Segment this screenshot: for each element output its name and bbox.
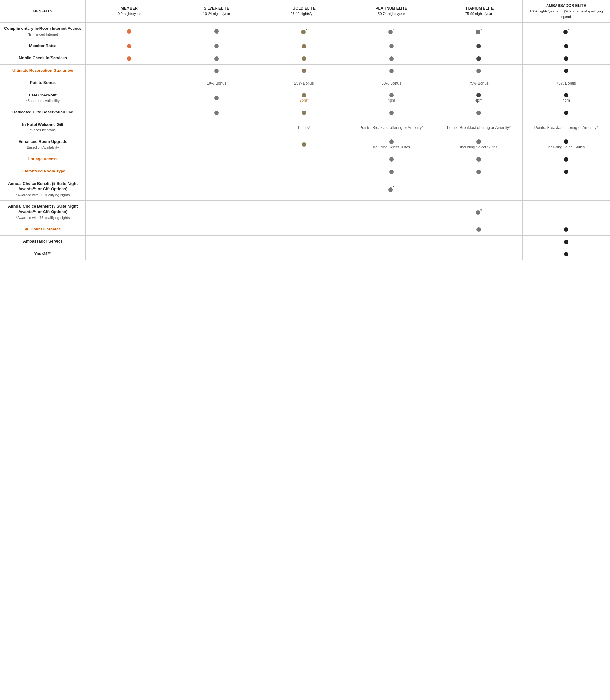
header-titanium: TITANIUM ELITE75-99 nights/year [413,0,501,16]
benefit-name: Lounge Access [0,147,95,159]
cell-gold: * [244,171,325,194]
cell-gold [244,100,325,112]
cell-member [95,70,163,82]
table-row: Dedicated Elite Reservation line [0,100,610,112]
cell-silver [163,16,244,34]
cell-ambassador [501,46,610,58]
cell-ambassador: 75% Bonus [501,70,610,82]
cell-platinum [325,147,413,159]
table-row: Enhanced Room UpgradeBased on Availabili… [0,129,610,147]
cell-silver [163,100,244,112]
cell-platinum: * [325,16,413,34]
cell-silver [163,82,244,100]
cell-platinum [325,46,413,58]
table-row: Member Rates [0,34,610,46]
cell-member [95,100,163,112]
cell-gold: Points* [244,112,325,129]
header-platinum: PLATINUM ELITE50-74 nights/year [325,0,413,16]
cell-titanium [413,159,501,171]
benefit-name: Ultimate Reservation Guarantee [0,58,95,70]
cell-ambassador: 4pm [501,82,610,100]
cell-ambassador [501,217,610,229]
cell-gold [244,229,325,241]
cell-ambassador [501,159,610,171]
table-row: Ultimate Reservation Guarantee [0,58,610,70]
cell-member [95,171,163,194]
benefit-name: Late Checkout*Based on availability [0,82,95,100]
cell-gold: * [244,16,325,34]
benefit-name: Complimentary In-Room Internet Access*En… [0,16,95,34]
cell-gold [244,147,325,159]
cell-titanium: * [413,16,501,34]
cell-member [95,229,163,241]
cell-member [95,241,163,253]
cell-silver [163,217,244,229]
cell-silver [163,159,244,171]
cell-titanium: Points, Breakfast offering or Amenity* [413,112,501,129]
cell-member [95,129,163,147]
benefit-name: Points Bonus [0,70,95,82]
cell-titanium [413,171,501,194]
cell-gold [244,241,325,253]
cell-silver [163,194,244,217]
table-row: Annual Choice Benefit(5 Suite Night Awar… [0,194,610,217]
header-member: MEMBER0-9 nights/year [95,0,163,16]
cell-titanium: 75% Bonus [413,70,501,82]
cell-platinum: 4pm [325,82,413,100]
cell-ambassador: Including Select Suites [501,129,610,147]
cell-titanium [413,217,501,229]
cell-platinum: 50% Bonus [325,70,413,82]
cell-silver [163,58,244,70]
cell-member [95,217,163,229]
cell-titanium [413,229,501,241]
cell-gold [244,129,325,147]
cell-member [95,112,163,129]
table-row: Lounge Access [0,147,610,159]
table-row: Guaranteed Room Type [0,159,610,171]
cell-gold [244,194,325,217]
benefit-name: Dedicated Elite Reservation line [0,100,95,112]
table-row: Late Checkout*Based on availability2pm*4… [0,82,610,100]
cell-ambassador [501,147,610,159]
cell-ambassador [501,100,610,112]
benefit-name: Annual Choice Benefit(5 Suite Night Awar… [0,171,95,194]
cell-member [95,58,163,70]
cell-silver: 10% Bonus [163,70,244,82]
cell-gold [244,34,325,46]
cell-member [95,34,163,46]
cell-silver [163,241,244,253]
benefit-name: Your24™ [0,241,95,253]
cell-gold [244,159,325,171]
benefit-name: 48-Hour Guarantee [0,217,95,229]
table-row: Complimentary In-Room Internet Access*En… [0,16,610,34]
cell-gold: 2pm* [244,82,325,100]
benefit-name: Enhanced Room UpgradeBased on Availabili… [0,129,95,147]
table-row: Points Bonus10% Bonus25% Bonus50% Bonus7… [0,70,610,82]
cell-ambassador: * [501,16,610,34]
cell-platinum [325,159,413,171]
benefits-column-header [0,0,95,16]
cell-titanium [413,100,501,112]
cell-platinum [325,241,413,253]
cell-gold [244,217,325,229]
header-silver: SILVER ELITE10-24 nights/year [163,0,244,16]
cell-silver [163,147,244,159]
benefit-name: Annual Choice Benefit(5 Suite Night Awar… [0,194,95,217]
cell-titanium: * [413,194,501,217]
cell-ambassador [501,194,610,217]
cell-member [95,46,163,58]
cell-ambassador [501,241,610,253]
cell-gold [244,58,325,70]
cell-ambassador [501,171,610,194]
cell-silver [163,229,244,241]
cell-ambassador [501,58,610,70]
header-ambassador: AMBASSADOR ELITE100+ nights/year and $20… [501,0,610,16]
table-row: Your24™ [0,241,610,253]
cell-ambassador [501,229,610,241]
cell-titanium [413,46,501,58]
table-row: Mobile Check-In/Services [0,46,610,58]
cell-member [95,16,163,34]
cell-member [95,194,163,217]
cell-platinum: Including Select Suites [325,129,413,147]
cell-platinum [325,229,413,241]
